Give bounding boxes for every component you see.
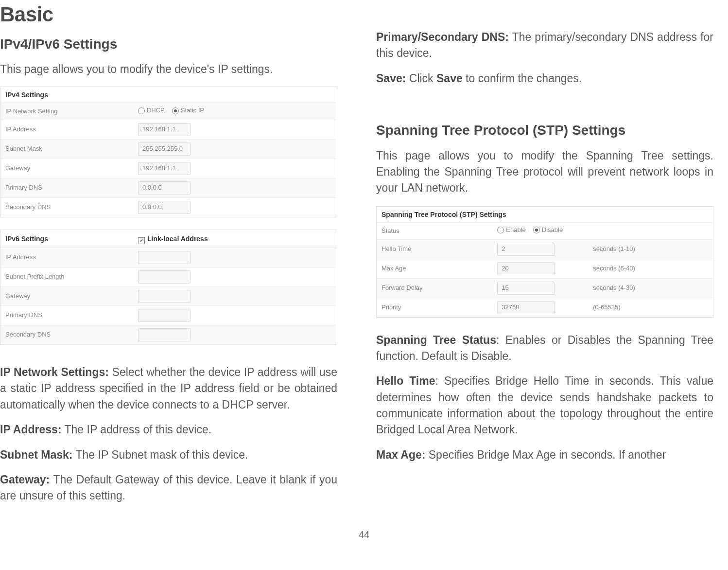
disable-radio[interactable] <box>533 227 540 233</box>
desc-dns: Primary/Secondary DNS: The primary/secon… <box>376 29 713 62</box>
ipv4-subnet-input[interactable]: 255.255.255.0 <box>138 142 191 156</box>
intro-paragraph: This page allows you to modify the devic… <box>0 61 337 77</box>
ipv6-secondary-dns-label: Secondary DNS <box>0 327 138 342</box>
ipv4-ip-address-input[interactable]: 192.168.1.1 <box>138 123 191 136</box>
stp-maxage-hint: seconds (6-40) <box>588 261 713 276</box>
stp-maxage-input[interactable]: 20 <box>497 262 555 275</box>
ipv4-gateway-label: Gateway <box>0 161 138 176</box>
ipv4-primary-dns-label: Primary DNS <box>0 180 138 196</box>
stp-priority-hint: (0-65535) <box>588 300 713 315</box>
dhcp-radio[interactable] <box>138 107 145 114</box>
ipv4-settings-table: IPv4 Settings IP Network Setting DHCP St… <box>0 87 337 217</box>
desc-save: Save: Click Save to confirm the changes. <box>376 71 713 87</box>
dhcp-label: DHCP <box>147 106 165 115</box>
stp-status-label: Status <box>377 224 497 239</box>
desc-subnet-mask: Subnet Mask: The IP Subnet mask of this … <box>0 447 337 463</box>
ipv6-secondary-dns-input[interactable] <box>138 328 191 341</box>
disable-label: Disable <box>542 226 563 235</box>
stp-hello-input[interactable]: 2 <box>497 243 555 256</box>
static-ip-radio[interactable] <box>172 107 179 114</box>
ipv4-ip-address-label: IP Address <box>0 122 138 137</box>
ipv6-gateway-label: Gateway <box>0 289 138 304</box>
desc-hello-time: Hello Time: Specifies Bridge Hello Time … <box>376 373 713 438</box>
ipv6-ip-address-input[interactable] <box>138 251 191 264</box>
ipv4-settings-header: IPv4 Settings <box>0 87 337 103</box>
desc-gateway: Gateway: The Default Gateway of this dev… <box>0 472 337 504</box>
ipv6-settings-table: IPv6 Settings Link-local Address IP Addr… <box>0 230 337 345</box>
stp-intro: This page allows you to modify the Spann… <box>376 148 713 196</box>
stp-settings-table: Spanning Tree Protocol (STP) Settings St… <box>376 206 713 318</box>
page-title: Basic <box>0 0 337 30</box>
ipv6-primary-dns-input[interactable] <box>138 309 191 322</box>
static-ip-label: Static IP <box>181 106 204 115</box>
stp-forward-hint: seconds (4-30) <box>588 281 713 296</box>
desc-stp-status: Spanning Tree Status: Enables or Disable… <box>376 332 713 365</box>
ipv4-gateway-input[interactable]: 192.168.1.1 <box>138 162 191 175</box>
ipv4-secondary-dns-label: Secondary DNS <box>0 200 138 215</box>
ipv4-network-setting-label: IP Network Setting <box>0 104 138 119</box>
desc-ip-address: IP Address: The IP address of this devic… <box>0 422 337 438</box>
ipv6-gateway-input[interactable] <box>138 290 191 303</box>
ipv6-ip-address-label: IP Address <box>0 250 138 265</box>
stp-settings-header: Spanning Tree Protocol (STP) Settings <box>377 207 713 223</box>
stp-maxage-label: Max Age <box>377 261 497 276</box>
stp-heading: Spanning Tree Protocol (STP) Settings <box>376 121 713 141</box>
link-local-label: Link-local Address <box>147 235 208 243</box>
stp-forward-label: Forward Delay <box>377 281 497 296</box>
enable-radio[interactable] <box>497 227 504 233</box>
ipv6-subnet-prefix-input[interactable] <box>138 270 191 284</box>
ipv4-network-radio-group[interactable]: DHCP Static IP <box>138 106 204 115</box>
stp-priority-label: Priority <box>377 300 497 315</box>
desc-ip-network: IP Network Settings: Select whether the … <box>0 364 337 413</box>
link-local-checkbox[interactable] <box>138 237 145 244</box>
stp-forward-input[interactable]: 15 <box>497 282 555 295</box>
stp-hello-hint: seconds (1-10) <box>588 242 713 257</box>
ipv4-primary-dns-input[interactable]: 0.0.0.0 <box>138 181 191 195</box>
ipv4-ipv6-heading: IPv4/IPv6 Settings <box>0 35 337 54</box>
page-number: 44 <box>0 523 728 544</box>
ipv4-subnet-label: Subnet Mask <box>0 142 138 157</box>
ipv6-primary-dns-label: Primary DNS <box>0 308 138 323</box>
stp-hello-label: Hello Time <box>377 242 497 257</box>
stp-status-radio-group[interactable]: Enable Disable <box>497 226 563 235</box>
desc-max-age: Max Age: Specifies Bridge Max Age in sec… <box>376 447 713 463</box>
ipv6-settings-header: IPv6 Settings <box>0 230 138 248</box>
ipv6-subnet-prefix-label: Subnet Prefix Length <box>0 269 138 285</box>
stp-priority-input[interactable]: 32768 <box>497 301 555 314</box>
enable-label: Enable <box>506 226 525 235</box>
ipv4-secondary-dns-input[interactable]: 0.0.0.0 <box>138 201 191 214</box>
